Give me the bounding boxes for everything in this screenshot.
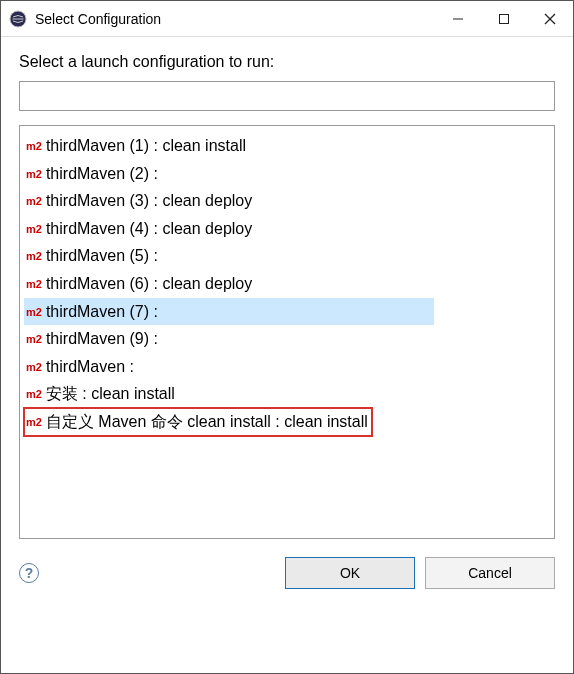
list-item[interactable]: m2thirdMaven :	[24, 353, 550, 381]
list-item-label: 安装 : clean install	[46, 381, 175, 407]
list-item-label: thirdMaven (1) : clean install	[46, 133, 246, 159]
list-item[interactable]: m2安装 : clean install	[24, 380, 550, 408]
maven-icon: m2	[26, 359, 42, 377]
list-item[interactable]: m2thirdMaven (1) : clean install	[24, 132, 550, 160]
list-item-label: thirdMaven (7) :	[46, 299, 158, 325]
ok-button[interactable]: OK	[285, 557, 415, 589]
list-item[interactable]: m2thirdMaven (7) :	[24, 298, 434, 326]
list-item-label: 自定义 Maven 命令 clean install : clean insta…	[46, 409, 368, 435]
list-item[interactable]: m2thirdMaven (5) :	[24, 242, 550, 270]
window-title: Select Configuration	[35, 11, 161, 27]
list-item[interactable]: m2thirdMaven (2) :	[24, 160, 550, 188]
maven-icon: m2	[26, 331, 42, 349]
prompt-label: Select a launch configuration to run:	[19, 53, 555, 71]
maximize-button[interactable]	[481, 1, 527, 37]
configuration-list[interactable]: m2thirdMaven (1) : clean installm2thirdM…	[19, 125, 555, 539]
maven-icon: m2	[26, 248, 42, 266]
list-item-label: thirdMaven (5) :	[46, 243, 158, 269]
list-item-label: thirdMaven (3) : clean deploy	[46, 188, 252, 214]
maven-icon: m2	[26, 193, 42, 211]
list-item-label: thirdMaven (9) :	[46, 326, 158, 352]
eclipse-icon	[9, 10, 27, 28]
list-item[interactable]: m2自定义 Maven 命令 clean install : clean ins…	[24, 408, 372, 436]
list-item-label: thirdMaven (6) : clean deploy	[46, 271, 252, 297]
maven-icon: m2	[26, 304, 42, 322]
list-item-label: thirdMaven (2) :	[46, 161, 158, 187]
maven-icon: m2	[26, 138, 42, 156]
title-bar: Select Configuration	[1, 1, 573, 37]
maven-icon: m2	[26, 166, 42, 184]
maven-icon: m2	[26, 221, 42, 239]
maven-icon: m2	[26, 276, 42, 294]
close-button[interactable]	[527, 1, 573, 37]
maven-icon: m2	[26, 386, 42, 404]
filter-input[interactable]	[19, 81, 555, 111]
list-item-label: thirdMaven (4) : clean deploy	[46, 216, 252, 242]
dialog-footer: ? OK Cancel	[1, 539, 573, 605]
maven-icon: m2	[26, 414, 42, 432]
list-item[interactable]: m2thirdMaven (9) :	[24, 325, 550, 353]
list-item-label: thirdMaven :	[46, 354, 134, 380]
list-item[interactable]: m2thirdMaven (6) : clean deploy	[24, 270, 550, 298]
dialog-content: Select a launch configuration to run: m2…	[1, 37, 573, 539]
svg-rect-3	[500, 14, 509, 23]
cancel-button[interactable]: Cancel	[425, 557, 555, 589]
list-item[interactable]: m2thirdMaven (3) : clean deploy	[24, 187, 550, 215]
help-icon[interactable]: ?	[19, 563, 39, 583]
list-item[interactable]: m2thirdMaven (4) : clean deploy	[24, 215, 550, 243]
minimize-button[interactable]	[435, 1, 481, 37]
